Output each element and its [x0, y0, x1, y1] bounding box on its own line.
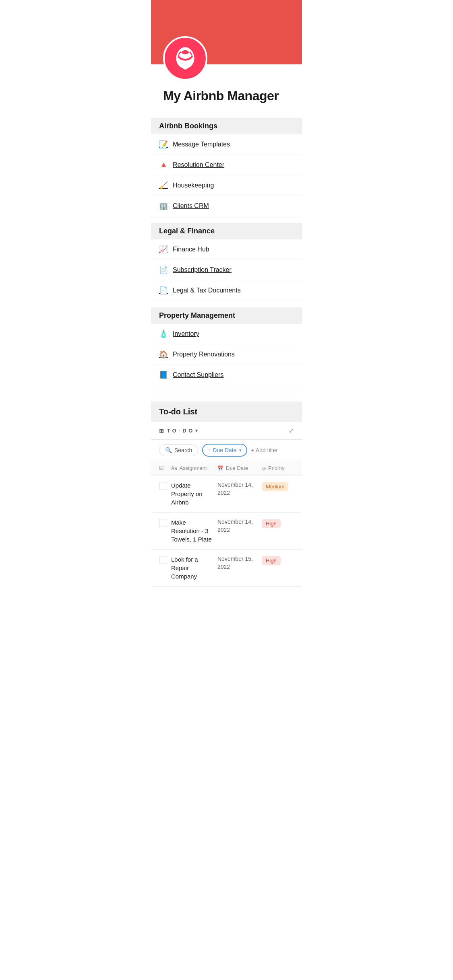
spacer: [151, 385, 302, 401]
task-2-priority-cell: High: [262, 518, 294, 528]
nav-item-label: Housekeeping: [173, 182, 214, 189]
page-title: My Airbnb Manager: [163, 89, 290, 103]
task-2-checkbox[interactable]: [159, 519, 167, 527]
nav-item-housekeeping[interactable]: 🧹 Housekeeping: [151, 175, 302, 196]
nav-item-subscription-tracker[interactable]: 📄 Subscription Tracker: [151, 260, 302, 280]
task-1-priority-cell: Medium: [262, 481, 294, 491]
todo-toolbar: ⊞ T O - D O ▾ ⤢: [151, 422, 302, 440]
check-icon: ☑: [159, 465, 164, 471]
todo-section-header: To-do List: [151, 401, 302, 422]
subscription-tracker-icon: 📄: [159, 266, 168, 274]
todo-section: To-do List ⊞ T O - D O ▾ ⤢ 🔍 Search ↑ Du…: [151, 401, 302, 587]
task-2-due-date: November 14, 2022: [217, 518, 262, 534]
expand-icon[interactable]: ⤢: [289, 427, 294, 434]
search-button[interactable]: 🔍 Search: [159, 444, 198, 456]
section-legal-finance: 📈 Finance Hub 📄 Subscription Tracker 📄 L…: [151, 239, 302, 301]
sections-container: Airbnb Bookings 📝 Message Templates 🔺 Re…: [151, 118, 302, 385]
airbnb-logo-svg: [173, 46, 197, 70]
table-row: Make Resolution - 3 Towels, 1 Plate Nove…: [151, 513, 302, 550]
add-filter-button[interactable]: + Add filter: [251, 447, 278, 453]
todo-view-label[interactable]: ⊞ T O - D O ▾: [159, 428, 198, 434]
hero-banner: [151, 0, 302, 64]
task-3-priority-badge: High: [262, 556, 281, 565]
due-date-sort-icon: ↑: [208, 447, 210, 453]
nav-item-clients-crm[interactable]: 🏢 Clients CRM: [151, 196, 302, 216]
airbnb-logo: [163, 36, 207, 80]
due-date-col-label: Due Date: [226, 465, 248, 471]
table-header: ☑ Aa Assignment 📅 Due Date ◎ Priority: [151, 461, 302, 476]
nav-item-label: Resolution Center: [173, 161, 224, 169]
due-date-chevron-icon: ▾: [239, 448, 242, 453]
nav-item-legal-tax-documents[interactable]: 📄 Legal & Tax Documents: [151, 280, 302, 301]
nav-item-label: Contact Suppliers: [173, 371, 223, 379]
section-airbnb-bookings: 📝 Message Templates 🔺 Resolution Center …: [151, 134, 302, 216]
grid-icon: ⊞: [159, 428, 164, 434]
task-2-check-col: [159, 518, 171, 527]
section-header-legal-finance: Legal & Finance: [151, 223, 302, 239]
nav-item-label: Finance Hub: [173, 246, 209, 253]
nav-item-label: Message Templates: [173, 141, 230, 148]
task-2-priority-badge: High: [262, 519, 281, 528]
chevron-down-icon: ▾: [195, 428, 198, 433]
task-2-name: Make Resolution - 3 Towels, 1 Plate: [171, 518, 217, 544]
priority-icon: ◎: [262, 465, 266, 471]
nav-item-message-templates[interactable]: 📝 Message Templates: [151, 134, 302, 155]
header-assignment-col: Aa Assignment: [171, 465, 217, 471]
nav-item-contact-suppliers[interactable]: 📘 Contact Suppliers: [151, 365, 302, 385]
nav-item-label: Clients CRM: [173, 202, 209, 210]
task-1-due-date: November 14, 2022: [217, 481, 262, 497]
nav-item-property-renovations[interactable]: 🏠 Property Renovations: [151, 344, 302, 365]
nav-item-label: Subscription Tracker: [173, 266, 232, 274]
task-1-name: Update Property on Airbnb: [171, 481, 217, 506]
task-3-name: Look for a Repair Company: [171, 555, 217, 581]
section-header-property-management: Property Management: [151, 307, 302, 324]
finance-hub-icon: 📈: [159, 245, 168, 254]
table-row: Look for a Repair Company November 15, 2…: [151, 550, 302, 587]
section-header-airbnb-bookings: Airbnb Bookings: [151, 118, 302, 134]
task-1-check-col: [159, 481, 171, 490]
legal-tax-documents-icon: 📄: [159, 286, 168, 295]
nav-item-label: Legal & Tax Documents: [173, 287, 241, 294]
nav-item-finance-hub[interactable]: 📈 Finance Hub: [151, 239, 302, 260]
clients-crm-icon: 🏢: [159, 202, 168, 210]
task-1-checkbox[interactable]: [159, 482, 167, 490]
housekeeping-icon: 🧹: [159, 181, 168, 190]
filter-bar: 🔍 Search ↑ Due Date ▾ + Add filter: [151, 440, 302, 461]
assignment-col-label: Assignment: [180, 465, 207, 471]
due-date-filter-button[interactable]: ↑ Due Date ▾: [202, 444, 247, 457]
nav-item-resolution-center[interactable]: 🔺 Resolution Center: [151, 155, 302, 175]
header-check-col: ☑: [159, 465, 171, 471]
task-3-priority-cell: High: [262, 555, 294, 565]
add-filter-label: + Add filter: [251, 447, 278, 453]
nav-item-inventory[interactable]: 🧴 Inventory: [151, 324, 302, 344]
message-templates-icon: 📝: [159, 140, 168, 149]
contact-suppliers-icon: 📘: [159, 371, 168, 379]
todo-section-title: To-do List: [159, 407, 197, 416]
property-renovations-icon: 🏠: [159, 350, 168, 359]
nav-item-label: Inventory: [173, 330, 199, 338]
nav-item-label: Property Renovations: [173, 351, 235, 358]
section-property-management: 🧴 Inventory 🏠 Property Renovations 📘 Con…: [151, 324, 302, 385]
task-1-priority-badge: Medium: [262, 482, 288, 491]
task-3-check-col: [159, 555, 171, 564]
todo-view-text: T O - D O: [167, 428, 193, 434]
resolution-center-icon: 🔺: [159, 161, 168, 169]
task-3-due-date: November 15, 2022: [217, 555, 262, 571]
table-row: Update Property on Airbnb November 14, 2…: [151, 476, 302, 513]
calendar-icon: 📅: [217, 465, 223, 471]
task-3-checkbox[interactable]: [159, 556, 167, 564]
search-icon: 🔍: [165, 447, 172, 453]
header-priority-col: ◎ Priority: [262, 465, 294, 471]
priority-col-label: Priority: [268, 465, 284, 471]
inventory-icon: 🧴: [159, 329, 168, 338]
header-due-date-col: 📅 Due Date: [217, 465, 262, 471]
due-date-label: Due Date: [213, 447, 236, 453]
search-label: Search: [174, 447, 192, 453]
text-icon: Aa: [171, 465, 177, 471]
